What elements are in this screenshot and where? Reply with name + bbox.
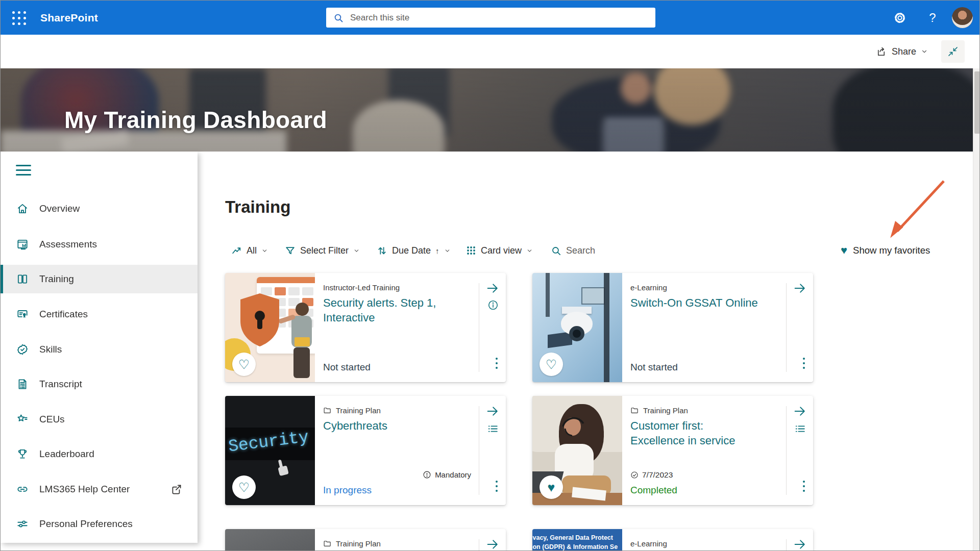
sidebar-item-transcript[interactable]: Transcript	[1, 370, 198, 398]
sidebar-item-label: Certificates	[39, 309, 88, 320]
card-thumbnail: ♥	[532, 396, 622, 505]
settings-gear-icon[interactable]	[889, 1, 911, 35]
card-type: Training Plan	[630, 406, 688, 415]
sidebar-item-certificates[interactable]: Certificates	[1, 300, 198, 329]
plan-content-list-icon[interactable]	[794, 422, 806, 435]
card-status: Not started	[323, 362, 371, 373]
card-title[interactable]: Switch-On GSSAT Online	[630, 295, 783, 310]
sidebar-item-leaderboard[interactable]: Leaderboard	[1, 440, 198, 468]
page-banner-title: My Training Dashboard	[64, 106, 327, 134]
heart-outline-icon: ♡	[238, 358, 250, 371]
menu-toggle-icon[interactable]	[16, 165, 31, 176]
open-arrow-icon[interactable]	[793, 281, 807, 295]
training-card[interactable]: Security ♡ Training Plan Cyberthreats Ma…	[225, 396, 506, 505]
info-icon[interactable]	[487, 299, 499, 311]
favorite-button[interactable]: ♥	[540, 475, 563, 499]
headset-icon	[558, 411, 589, 442]
scope-dropdown[interactable]: All	[231, 242, 268, 259]
sidebar-item-help-center[interactable]: LMS365 Help Center	[1, 475, 198, 504]
sidebar-item-label: Leaderboard	[39, 448, 94, 460]
open-arrow-icon[interactable]	[793, 537, 807, 551]
sort-dropdown[interactable]: Due Date ↑	[377, 242, 451, 259]
kebab-menu-icon[interactable]	[491, 357, 503, 372]
sort-direction: ↑	[435, 246, 439, 255]
heart-outline-icon: ♡	[238, 481, 250, 494]
collapse-view-button[interactable]	[941, 40, 965, 63]
open-arrow-icon[interactable]	[793, 404, 807, 418]
search-input[interactable]	[349, 12, 648, 23]
sidebar-item-skills[interactable]: Skills	[1, 335, 198, 364]
chevron-down-icon	[921, 48, 928, 55]
card-thumbnail: ♡	[532, 273, 622, 382]
favorite-button[interactable]: ♡	[232, 475, 256, 499]
kebab-menu-icon[interactable]	[798, 357, 810, 372]
transcript-icon	[16, 378, 29, 391]
clock-check-icon	[630, 471, 639, 479]
folder-icon	[323, 539, 332, 548]
scrollbar-thumb[interactable]	[974, 71, 980, 134]
home-icon	[16, 202, 29, 215]
chevron-down-icon	[526, 247, 533, 254]
card-type: Instructor-Led Training	[323, 283, 400, 292]
external-link-icon	[170, 483, 183, 496]
sidebar-item-training[interactable]: Training	[1, 265, 198, 293]
annotation-arrow	[868, 174, 955, 251]
card-thumbnail	[225, 529, 315, 551]
view-label: Card view	[481, 245, 522, 256]
filter-dropdown[interactable]: Select Filter	[285, 242, 360, 259]
training-card[interactable]: Training Plan	[225, 529, 506, 551]
kebab-menu-icon[interactable]	[798, 480, 810, 495]
open-arrow-icon[interactable]	[485, 537, 500, 551]
sidebar-item-label: Overview	[39, 203, 80, 214]
card-title[interactable]: Security alerts. Step 1, Interactive	[323, 295, 455, 325]
open-arrow-icon[interactable]	[485, 281, 500, 295]
training-card[interactable]: ♡ e-Learning Switch-On GSSAT Online Not …	[532, 273, 813, 382]
search-toggle[interactable]: Search	[551, 242, 595, 259]
search-icon	[551, 245, 561, 256]
share-icon	[875, 46, 887, 58]
folder-icon	[630, 406, 639, 415]
training-card[interactable]: ♡ Instructor-Led Training Security alert…	[225, 273, 506, 382]
sidebar-item-assessments[interactable]: Assessments	[1, 230, 198, 259]
card-thumbnail: ivacy, General Data Protect ion (GDPR) &…	[532, 529, 622, 551]
command-bar: Share	[1, 35, 980, 68]
suite-header: SharePoint ?	[1, 1, 980, 35]
scope-label: All	[247, 245, 257, 256]
heart-filled-icon: ♥	[548, 481, 555, 494]
show-favorites-toggle[interactable]: ♥ Show my favorites	[841, 242, 930, 259]
training-card[interactable]: ivacy, General Data Protect ion (GDPR) &…	[532, 529, 813, 551]
assessments-icon	[16, 238, 29, 251]
favorite-button[interactable]: ♡	[232, 353, 256, 376]
sidebar-item-ceus[interactable]: CEUs	[1, 405, 198, 434]
site-search[interactable]	[326, 8, 655, 28]
app-title[interactable]: SharePoint	[40, 1, 98, 35]
sidebar-item-label: Assessments	[39, 239, 97, 250]
view-dropdown[interactable]: Card view	[466, 242, 533, 259]
favorite-button[interactable]: ♡	[540, 353, 563, 376]
card-thumbnail: ♡	[225, 273, 315, 382]
sliders-icon	[16, 517, 29, 531]
sidebar-item-personal-preferences[interactable]: Personal Preferences	[1, 510, 198, 538]
card-title[interactable]: Cyberthreats	[323, 418, 476, 433]
help-icon[interactable]: ?	[922, 1, 943, 35]
sidebar: Overview Assessments Training Certi	[1, 152, 198, 543]
sidebar-item-label: CEUs	[39, 414, 65, 425]
open-arrow-icon[interactable]	[485, 404, 500, 418]
mandatory-badge: Mandatory	[423, 470, 471, 479]
sidebar-item-label: Training	[39, 273, 74, 285]
shield-icon	[236, 291, 283, 348]
chevron-down-icon	[444, 247, 451, 254]
folder-icon	[323, 406, 332, 415]
training-card[interactable]: ♥ Training Plan Customer first: Excellen…	[532, 396, 813, 505]
screen: SharePoint ? Share	[0, 0, 980, 551]
filter-label: Select Filter	[300, 245, 349, 256]
collapse-icon	[947, 45, 959, 58]
avatar[interactable]	[952, 7, 973, 28]
plan-content-list-icon[interactable]	[486, 422, 499, 435]
due-date: 7/7/2023	[630, 470, 673, 480]
kebab-menu-icon[interactable]	[491, 480, 503, 495]
card-title[interactable]: Customer first: Excellence in service	[630, 418, 753, 448]
sidebar-item-overview[interactable]: Overview	[1, 194, 198, 223]
app-launcher-icon[interactable]	[9, 8, 29, 28]
share-button[interactable]: Share	[875, 35, 928, 68]
